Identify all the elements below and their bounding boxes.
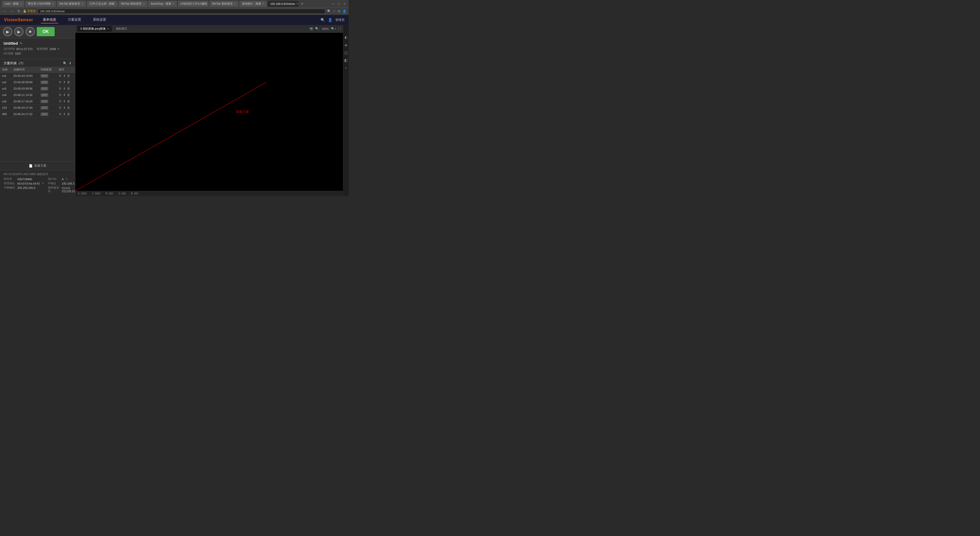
bookmark-icon[interactable]: ☆ (332, 9, 336, 13)
panel-icon-5[interactable]: + (345, 66, 347, 70)
row-toggle[interactable]: OFF (38, 73, 57, 79)
play-btn[interactable]: ▶ (3, 27, 12, 36)
userid-edit-icon[interactable]: ✎ (65, 178, 68, 180)
close-btn[interactable]: × (342, 2, 347, 6)
stop-btn[interactable]: ■ (25, 27, 35, 36)
nav-basic-info[interactable]: 基本信息 (41, 16, 58, 24)
refresh-detect-icon[interactable]: ↻ (57, 48, 59, 50)
row-download-icon[interactable]: ⬇ (63, 100, 65, 103)
row-settings-icon[interactable]: ⚙ (59, 74, 62, 78)
col-toggle: 切换配置 (38, 67, 57, 73)
detect-value: 1938 (49, 48, 56, 51)
row-settings-icon[interactable]: ⚙ (59, 106, 62, 110)
row-delete-icon[interactable]: 🗑 (67, 93, 70, 97)
tab-autoshop[interactable]: AutoShop - 搜索 × (148, 1, 177, 7)
nav-scheme-settings[interactable]: 方案设置 (66, 16, 83, 24)
user-icon[interactable]: 👤 (328, 18, 332, 22)
row-delete-icon[interactable]: 🗑 (67, 100, 70, 103)
row-download-icon[interactable]: ⬇ (63, 112, 65, 116)
table-row[interactable]: cs2 23-03-30 09:04 OFF ⚙ ⬇ 🗑 (0, 79, 75, 86)
row-toggle[interactable]: OFF (38, 111, 57, 118)
table-row[interactable]: cs5 23-05-17 16:24 OFF ⚙ ⬇ 🗑 (0, 98, 75, 105)
table-row[interactable]: 456 23-05-24 17:22 OFF ⚙ ⬇ 🗑 (0, 111, 75, 118)
refresh-btn[interactable]: ↻ (16, 9, 21, 14)
toolbar: ▶ ▶ ■ OK (0, 25, 75, 38)
scheme-download-icon[interactable]: ⬇ (69, 62, 72, 65)
row-toggle[interactable]: OFF (38, 79, 57, 86)
table-row[interactable]: cs1 23-03-24 14:53 OFF ⚙ ⬇ 🗑 (0, 73, 75, 79)
status-y: Y: 0000 (92, 192, 100, 195)
row-time: 23-05-24 17:24 (11, 105, 39, 111)
view-tab-camera[interactable]: 相机模式 (113, 26, 130, 32)
project-title: Untitled (3, 41, 18, 45)
panel-icon-3[interactable]: ◫ (344, 51, 348, 55)
table-row[interactable]: cs4 23-05-11 14:32 OFF ⚙ ⬇ 🗑 (0, 92, 75, 98)
row-actions: ⚙ ⬇ 🗑 (57, 111, 75, 118)
row-settings-icon[interactable]: ⚙ (59, 93, 62, 97)
row-delete-icon[interactable]: 🗑 (67, 74, 70, 78)
row-delete-icon[interactable]: 🗑 (67, 106, 70, 110)
row-delete-icon[interactable]: 🗑 (67, 87, 70, 91)
tab-wetab2[interactable]: WeTab 新标签页 × (118, 1, 147, 7)
row-settings-icon[interactable]: ⚙ (59, 80, 62, 84)
row-name: cs1 (0, 73, 11, 79)
zoom-out-icon[interactable]: 🔍- (315, 27, 320, 30)
profile-icon[interactable]: 👤 (342, 9, 347, 13)
canvas-area: 新建方案 (75, 33, 343, 191)
row-download-icon[interactable]: ⬇ (63, 80, 65, 84)
table-row[interactable]: cs3 23-05-03 09:56 OFF ⚙ ⬇ 🗑 (0, 86, 75, 92)
project-edit-icon[interactable]: ✎ (20, 41, 22, 45)
address-input[interactable] (37, 9, 326, 14)
row-download-icon[interactable]: ⬇ (63, 93, 65, 97)
row-toggle[interactable]: OFF (38, 92, 57, 98)
minimize-btn[interactable]: — (330, 2, 336, 6)
panel-icon-2[interactable]: ◈ (345, 43, 347, 47)
view-tab-image[interactable]: 0 相机图像.jpeg图像 ▾ (77, 26, 112, 32)
sidebar: ▶ ▶ ■ OK Untitled ✎ 运行时间 00:11:27 271 检测… (0, 25, 75, 196)
row-delete-icon[interactable]: 🗑 (67, 112, 70, 116)
tab-haitao[interactable]: 海淘佣介 - 搜索 × (239, 1, 267, 7)
row-download-icon[interactable]: ⬇ (63, 106, 65, 110)
row-actions: ⚙ ⬇ 🗑 (57, 86, 75, 92)
play2-btn[interactable]: ▶ (14, 27, 24, 36)
row-delete-icon[interactable]: 🗑 (67, 80, 70, 84)
nav-system-settings[interactable]: 系统设置 (91, 16, 108, 24)
row-toggle[interactable]: OFF (38, 98, 57, 105)
new-tab-btn[interactable]: + (299, 2, 305, 6)
panel-icon-4[interactable]: ◧ (344, 58, 348, 62)
tab-home[interactable]: 192.168.3.81/Home × (268, 1, 298, 7)
ng-value: 1937 (15, 52, 21, 55)
panel-icon-1[interactable]: ◐ (345, 35, 348, 39)
row-settings-icon[interactable]: ⚙ (59, 100, 62, 103)
extensions-icon[interactable]: ⚙ (337, 9, 341, 13)
forward-btn[interactable]: → (9, 9, 15, 14)
status-g: G: 000 (118, 192, 126, 195)
mac-edit-icon[interactable]: ✎ (42, 182, 44, 185)
fullscreen-icon[interactable]: ⛶ (338, 27, 341, 30)
row-name: cs4 (0, 92, 11, 98)
maximize-btn[interactable]: □ (337, 2, 341, 6)
row-settings-icon[interactable]: ⚙ (59, 87, 62, 91)
zoom-in-icon[interactable]: 🔍+ (331, 27, 336, 30)
table-row[interactable]: 123 23-05-24 17:24 OFF ⚙ ⬇ 🗑 (0, 105, 75, 111)
tab-csdn[interactable]: csdn - 搜索 × (2, 1, 24, 7)
new-scheme-btn[interactable]: 📄 新建方案 (0, 161, 75, 170)
ok-btn[interactable]: OK (37, 27, 55, 36)
back-btn[interactable]: ← (2, 9, 8, 14)
row-toggle[interactable]: OFF (38, 86, 57, 92)
tab-wetab1[interactable]: WeTab 新标签页 × (57, 1, 86, 7)
row-download-icon[interactable]: ⬇ (63, 87, 65, 91)
search-header-icon[interactable]: 🔍 (321, 18, 325, 22)
tab-csdn-blog[interactable]: 博文章-CSDN博客 × (25, 1, 56, 7)
row-toggle[interactable]: OFF (38, 105, 57, 111)
camera-capture-icon[interactable]: 📷 (310, 27, 313, 30)
userid-value: A (62, 178, 64, 181)
row-actions: ⚙ ⬇ 🗑 (57, 79, 75, 86)
scheme-search-icon[interactable]: 🔍 (63, 62, 67, 65)
tab-plc[interactable]: 汇lPLC怎么样 - 搜索 × (87, 1, 118, 7)
firmware-label: 固件版本号 (48, 186, 61, 194)
tab-plcai[interactable]: c#泡消消 汇lPLC编程... × (178, 1, 208, 7)
row-settings-icon[interactable]: ⚙ (59, 112, 62, 116)
row-download-icon[interactable]: ⬇ (63, 74, 65, 78)
tab-wetab3[interactable]: WeTab 新标签页 × (210, 1, 239, 7)
